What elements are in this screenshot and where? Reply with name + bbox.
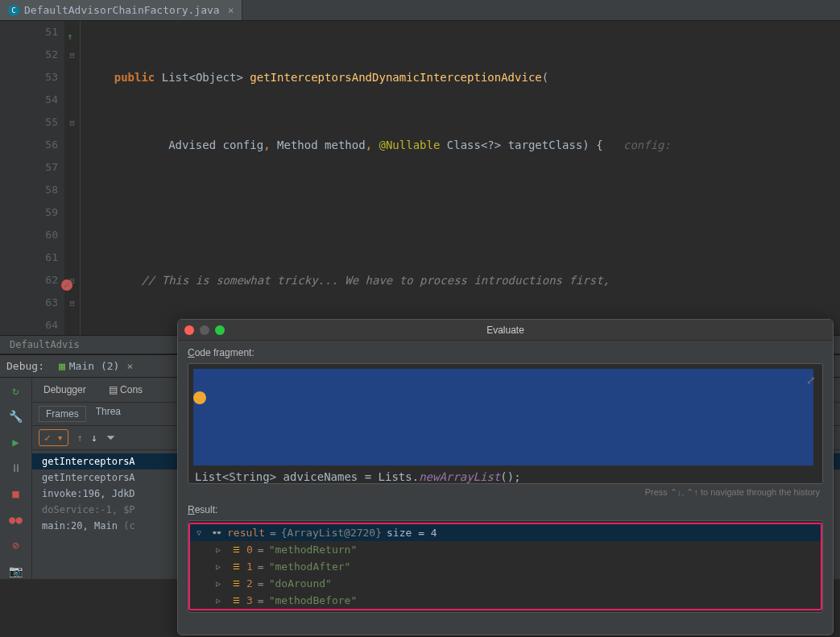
element-icon: ☰ <box>230 595 242 606</box>
window-zoom-icon[interactable] <box>215 325 225 335</box>
result-root[interactable]: ▽ 👓 result = {ArrayList@2720} size = 4 <box>190 524 821 541</box>
console-icon: ▤ <box>109 384 118 395</box>
code-area[interactable]: public List<Object> getInterceptorsAndDy… <box>81 21 840 335</box>
run-config-icon: ▦ <box>59 360 65 372</box>
breakpoint-icon[interactable]: ✓ <box>61 274 72 285</box>
chevron-right-icon[interactable]: ▷ <box>216 596 226 605</box>
chevron-down-icon[interactable]: ▽ <box>197 528 206 537</box>
close-icon[interactable]: × <box>228 4 234 16</box>
file-tab-label: DefaultAdvisorChainFactory.java <box>24 4 220 16</box>
mute-bp-icon[interactable]: ⊘ <box>8 537 24 553</box>
apply-icon[interactable]: ✓ ▾ <box>39 429 68 446</box>
dialog-title: Evaluate <box>486 325 524 336</box>
window-close-icon[interactable] <box>184 325 194 335</box>
resume-icon[interactable]: ▶ <box>8 434 24 450</box>
window-minimize-icon[interactable] <box>200 325 209 335</box>
wrench-icon[interactable]: 🔧 <box>8 408 24 424</box>
prev-frame-icon[interactable]: ↑ <box>77 432 83 444</box>
code-fragment-input[interactable]: ⤢ List<String> adviceNames = Lists.newAr… <box>188 363 823 484</box>
result-label: Result: <box>188 504 823 515</box>
filter-icon[interactable]: ⏷ <box>106 432 116 444</box>
result-tree: ▽ 👓 result = {ArrayList@2720} size = 4 ▷… <box>188 520 823 613</box>
intention-bulb-icon[interactable] <box>193 391 206 404</box>
code-fragment-label: Code fragment: <box>188 347 823 358</box>
rerun-icon[interactable]: ↻ <box>8 383 24 399</box>
element-icon: ☰ <box>230 544 242 556</box>
stop-icon[interactable]: ■ <box>8 486 24 502</box>
chevron-right-icon[interactable]: ▷ <box>216 562 226 571</box>
fold-icon[interactable]: ⊟ <box>64 43 80 66</box>
dialog-titlebar[interactable]: Evaluate <box>178 320 833 341</box>
watch-icon: 👓 <box>211 527 222 539</box>
console-tab[interactable]: ▤ Cons <box>104 381 147 399</box>
debug-config-tab[interactable]: ▦ Main (2) × <box>52 358 139 374</box>
frames-tab[interactable]: Frames <box>39 406 86 422</box>
result-item[interactable]: ▷ ☰ 2 = "doAround" <box>190 575 821 592</box>
debug-toolbar: ↻ 🔧 ▶ ⏸ ■ ●● ⊘ 📷 <box>0 378 32 579</box>
chevron-right-icon[interactable]: ▷ <box>216 579 226 588</box>
pause-icon[interactable]: ⏸ <box>8 460 24 476</box>
result-item[interactable]: ▷ ☰ 3 = "methodBefore" <box>190 592 821 609</box>
evaluate-dialog: Evaluate Code fragment: ⤢ List<String> a… <box>177 319 834 635</box>
chevron-right-icon[interactable]: ▷ <box>216 545 226 554</box>
breakpoints-icon[interactable]: ●● <box>8 511 24 527</box>
debugger-tab[interactable]: Debugger <box>39 381 91 399</box>
result-item[interactable]: ▷ ☰ 1 = "methodAfter" <box>190 558 821 575</box>
override-up-icon[interactable]: ↑ <box>61 26 72 37</box>
editor: 51↑ 52 53 54 55 56 57 58 59 60 61 62✓ 63… <box>0 21 840 335</box>
file-tab[interactable]: C DefaultAdvisorChainFactory.java × <box>0 0 242 20</box>
element-icon: ☰ <box>230 561 242 573</box>
editor-tab-bar: C DefaultAdvisorChainFactory.java × <box>0 0 840 21</box>
line-gutter: 51↑ 52 53 54 55 56 57 58 59 60 61 62✓ 63… <box>0 21 64 335</box>
threads-tab[interactable]: Threa <box>96 406 121 422</box>
element-icon: ☰ <box>230 578 242 589</box>
debug-title: Debug: <box>6 360 44 372</box>
result-item[interactable]: ▷ ☰ 0 = "methodReturn" <box>190 541 821 558</box>
camera-icon[interactable]: 📷 <box>8 563 24 579</box>
close-icon[interactable]: × <box>126 360 133 372</box>
history-hint: Press ⌃↓, ⌃↑ to navigate through the his… <box>188 484 823 504</box>
expand-icon[interactable]: ⤢ <box>806 370 816 390</box>
fold-icon[interactable]: ⊟ <box>64 111 80 134</box>
next-frame-icon[interactable]: ↓ <box>91 432 97 444</box>
class-file-icon: C <box>8 5 19 16</box>
